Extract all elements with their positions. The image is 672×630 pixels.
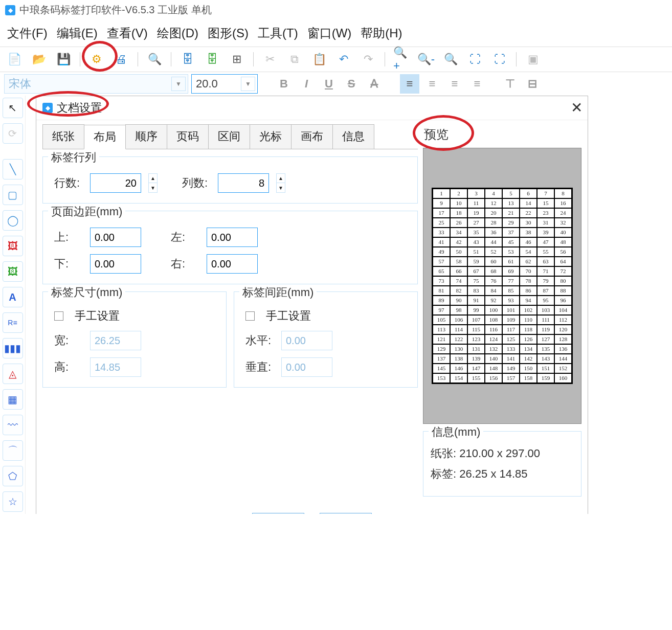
copy-icon[interactable]: ⧉ <box>286 51 303 68</box>
open-icon[interactable]: 📂 <box>31 51 47 68</box>
preview-cell: 117 <box>502 325 520 334</box>
polygon-icon[interactable]: ⬠ <box>3 466 23 486</box>
cut-icon[interactable]: ✂ <box>262 51 278 68</box>
ellipse-icon[interactable]: ◯ <box>3 210 23 231</box>
clear-format-icon[interactable]: A̶ <box>364 74 384 94</box>
preview-cell: 75 <box>467 276 485 286</box>
cols-spinner[interactable]: ▲▼ <box>276 173 285 193</box>
tab-canvas[interactable]: 画布 <box>291 124 333 149</box>
preview-cell: 63 <box>537 257 554 266</box>
chevron-down-icon[interactable]: ▼ <box>171 77 186 91</box>
zoom-in-icon[interactable]: 🔍+ <box>393 51 410 68</box>
database-icon[interactable]: 🗄 <box>180 51 196 68</box>
tab-cursor[interactable]: 光标 <box>250 124 292 149</box>
strikethrough-icon[interactable]: S <box>342 74 361 94</box>
new-icon[interactable]: 📄 <box>6 51 23 68</box>
size-manual-checkbox[interactable] <box>54 311 63 321</box>
preview-cell: 120 <box>554 325 572 334</box>
preview-cell: 114 <box>450 325 467 334</box>
zoom-fit-icon[interactable]: 🔍 <box>442 51 459 68</box>
font-size-dropdown[interactable]: 20.0 ▼ <box>191 74 258 94</box>
menu-file[interactable]: 文件(F) <box>7 25 48 41</box>
preview-cell: 20 <box>485 208 502 218</box>
picture-icon[interactable]: 🖼 <box>3 261 23 282</box>
cursor-icon[interactable]: ↖ <box>3 98 23 118</box>
align-left-icon[interactable]: ≡ <box>400 74 419 94</box>
margin-bottom-input[interactable] <box>90 254 141 274</box>
group-label-size: 标签尺寸(mm) 手工设置 宽: 高: <box>42 291 227 388</box>
fit-width-icon[interactable]: ⛶ <box>467 51 483 68</box>
align-right-icon[interactable]: ≡ <box>445 74 464 94</box>
preview-cell: 82 <box>450 286 467 296</box>
valign-top-icon[interactable]: ⊤ <box>500 74 520 94</box>
font-name-dropdown[interactable]: 宋体 ▼ <box>4 74 188 94</box>
rows-spinner[interactable]: ▲▼ <box>148 173 158 193</box>
fit-page-icon[interactable]: ⛶ <box>491 51 508 68</box>
menu-draw[interactable]: 绘图(D) <box>157 25 198 41</box>
preview-icon[interactable]: 🔍 <box>146 51 163 68</box>
align-center-icon[interactable]: ≡ <box>422 74 442 94</box>
qrcode-icon[interactable]: ◬ <box>3 364 23 384</box>
undo-icon[interactable]: ↶ <box>335 51 352 68</box>
save-icon[interactable]: 💾 <box>55 51 72 68</box>
gap-v-input[interactable] <box>281 357 332 377</box>
menu-view[interactable]: 查看(V) <box>107 25 148 41</box>
bold-icon[interactable]: B <box>274 74 294 94</box>
text-icon[interactable]: A <box>3 287 23 307</box>
menu-shape[interactable]: 图形(S) <box>208 25 249 41</box>
tab-pagenum[interactable]: 页码 <box>167 124 209 149</box>
gap-manual-checkbox[interactable] <box>245 311 255 321</box>
rotate-icon[interactable]: ⟳ <box>3 123 23 144</box>
curve-icon[interactable]: 〰 <box>3 415 23 435</box>
preview-cell: 9 <box>433 198 450 208</box>
margin-left-input[interactable] <box>207 228 258 247</box>
preview-cell: 109 <box>502 315 520 325</box>
rows-input[interactable] <box>90 173 141 193</box>
print-icon[interactable]: 🖨 <box>113 51 129 68</box>
italic-icon[interactable]: I <box>297 74 316 94</box>
width-input[interactable] <box>90 331 141 350</box>
tab-range[interactable]: 区间 <box>208 124 250 149</box>
preview-cell: 19 <box>467 208 485 218</box>
tab-info[interactable]: 信息 <box>332 124 374 149</box>
cancel-button[interactable]: 取消 <box>320 513 372 514</box>
menu-help[interactable]: 帮助(H) <box>361 25 402 41</box>
margin-top-input[interactable] <box>90 228 141 247</box>
menu-tools[interactable]: 工具(T) <box>258 25 298 41</box>
tab-layout[interactable]: 布局 <box>84 125 126 149</box>
ok-button[interactable]: 确定 <box>252 513 304 514</box>
layer-icon[interactable]: ▣ <box>525 51 541 68</box>
richtext-icon[interactable]: R≡ <box>3 312 23 333</box>
height-input[interactable] <box>90 357 141 377</box>
group-label-gap: 标签间距(mm) 手工设置 水平: 垂直: <box>234 291 418 388</box>
valign-middle-icon[interactable]: ⊟ <box>523 74 542 94</box>
cols-input[interactable] <box>218 173 269 193</box>
align-justify-icon[interactable]: ≡ <box>467 74 487 94</box>
menu-window[interactable]: 窗口(W) <box>307 25 352 41</box>
arc-icon[interactable]: ⌒ <box>3 440 23 461</box>
database-refresh-icon[interactable]: 🗄 <box>204 51 220 68</box>
preview-cell: 121 <box>433 334 450 344</box>
barcode-icon[interactable]: ▮▮▮ <box>3 338 23 358</box>
table-icon[interactable]: ▦ <box>3 389 23 410</box>
tab-order[interactable]: 顺序 <box>125 124 167 149</box>
grid-icon[interactable]: ⊞ <box>229 51 245 68</box>
roundrect-icon[interactable]: ▢ <box>3 185 23 205</box>
preview-cell: 146 <box>450 364 467 373</box>
chevron-down-icon[interactable]: ▼ <box>241 77 255 91</box>
zoom-out-icon[interactable]: 🔍- <box>418 51 434 68</box>
paste-icon[interactable]: 📋 <box>311 51 327 68</box>
image-icon[interactable]: 🖼 <box>3 236 23 256</box>
close-icon[interactable]: ✕ <box>571 99 583 116</box>
underline-icon[interactable]: U <box>319 74 339 94</box>
gap-h-input[interactable] <box>281 331 332 350</box>
settings-gear-icon[interactable]: ⚙ <box>88 51 105 68</box>
dialog-title-bar: ◆ 文档设置 ✕ <box>36 96 588 120</box>
title-bar: ◆ 中琅条码标签打印软件-V6.5.3 工业版 单机 <box>0 0 672 20</box>
line-icon[interactable]: ╲ <box>3 159 23 179</box>
menu-edit[interactable]: 编辑(E) <box>57 25 98 41</box>
redo-icon[interactable]: ↷ <box>360 51 376 68</box>
tab-paper[interactable]: 纸张 <box>42 124 84 149</box>
star-icon[interactable]: ☆ <box>3 491 23 512</box>
margin-right-input[interactable] <box>207 254 258 274</box>
